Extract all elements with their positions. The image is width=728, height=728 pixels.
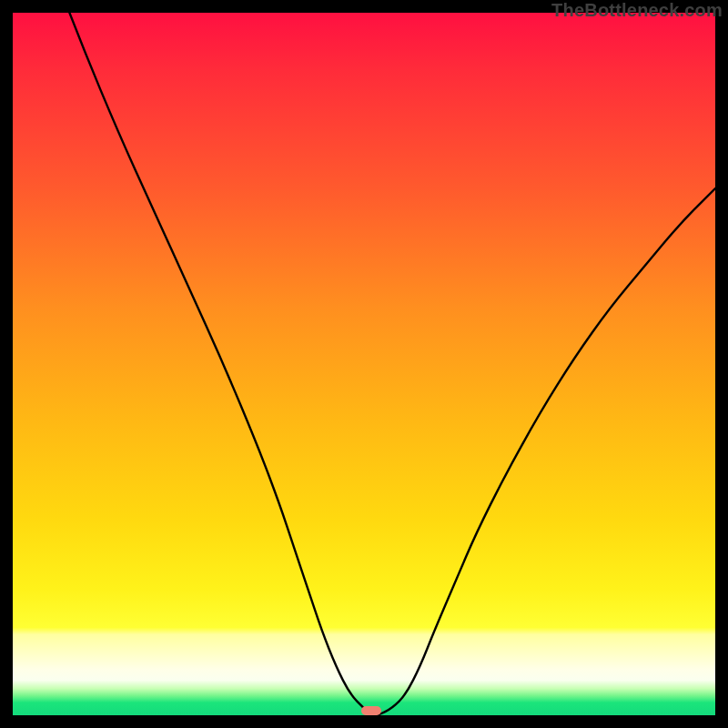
bottleneck-marker: [361, 706, 381, 715]
plot-area: [13, 13, 715, 715]
bottleneck-curve: [13, 13, 715, 715]
chart-frame: TheBottleneck.com: [0, 0, 728, 728]
watermark-text: TheBottleneck.com: [551, 0, 723, 21]
